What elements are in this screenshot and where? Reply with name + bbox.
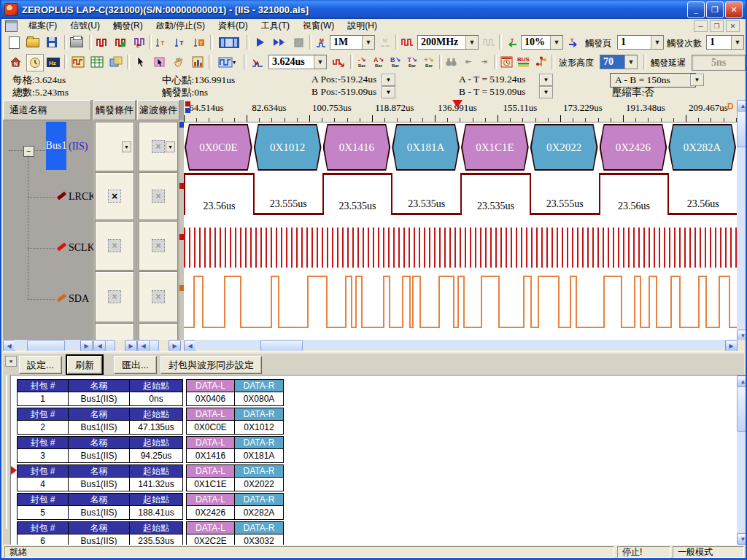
- document-icon[interactable]: [5, 20, 18, 32]
- remove-bar-button[interactable]: -↘Bar: [354, 54, 370, 70]
- menu-file[interactable]: 檔案(F): [22, 19, 63, 33]
- scroll-thumb[interactable]: [260, 340, 303, 351]
- packet-sync-settings-button[interactable]: 封包與波形同步設定: [160, 356, 262, 374]
- sampling-setup-button[interactable]: [93, 34, 109, 50]
- overlay-window-button[interactable]: [108, 54, 124, 70]
- refresh-button[interactable]: 刷新: [67, 356, 102, 374]
- menu-window[interactable]: 視窗(W): [296, 19, 341, 33]
- sample-rate-button[interactable]: [400, 34, 416, 50]
- bus1-waveform[interactable]: 0X0C0E 0X1012 0X1416 0X181A 0X1C1E 0X202…: [184, 124, 737, 171]
- home-view-button[interactable]: N: [7, 54, 23, 70]
- chevron-down-icon[interactable]: ▾: [233, 59, 236, 66]
- timeline-ruler[interactable]: 64.514us 82.634us 100.753us 118.872us 13…: [184, 100, 737, 122]
- channel-lrck[interactable]: LRCK: [69, 191, 96, 203]
- trigger-position-marker[interactable]: [452, 100, 462, 108]
- repeat-acquisition-button[interactable]: [271, 34, 287, 50]
- scroll-right-button[interactable]: ▶: [725, 340, 738, 351]
- mdi-restore-button[interactable]: ❐: [710, 20, 724, 32]
- chevron-down-icon[interactable]: ▼: [362, 36, 374, 49]
- waveform-vertical-scrollbar[interactable]: ▲ ▼: [737, 100, 747, 340]
- waveform-mode-button[interactable]: ▾: [214, 54, 239, 70]
- a-pos-dropdown[interactable]: ▼: [382, 74, 395, 86]
- scroll-left-button[interactable]: ◀: [137, 340, 150, 351]
- chevron-down-icon[interactable]: ▼: [166, 141, 175, 152]
- collapse-bus-button[interactable]: −: [23, 146, 34, 157]
- new-file-button[interactable]: [6, 34, 22, 50]
- goto-trigger-left-button[interactable]: T: [503, 34, 519, 50]
- select-waveform-button[interactable]: [152, 54, 168, 70]
- lrck-waveform[interactable]: 23.56us 23.555us 23.535us 23.535us 23.53…: [184, 173, 737, 221]
- bus-packet-list-button[interactable]: BUS: [516, 54, 532, 70]
- trigger-page-combo[interactable]: 1 ▼: [617, 35, 664, 50]
- scroll-right-button[interactable]: ▶: [169, 340, 181, 351]
- a-bar-flag[interactable]: [185, 101, 190, 106]
- bus-editor-button[interactable]: [216, 34, 242, 50]
- scroll-up-button[interactable]: ▲: [737, 376, 747, 387]
- chevron-down-icon[interactable]: ▼: [122, 141, 131, 152]
- zoom-fit-button[interactable]: [249, 54, 266, 70]
- menu-help[interactable]: 說明(H): [341, 19, 384, 33]
- waveform-display[interactable]: 64.514us 82.634us 100.753us 118.872us 13…: [184, 100, 737, 340]
- add-bar-button[interactable]: +↘Bar: [421, 54, 437, 70]
- mdi-minimize-button[interactable]: ─: [694, 20, 708, 32]
- menu-data[interactable]: 資料(D): [212, 19, 255, 33]
- packet-sync-button[interactable]: [533, 54, 549, 70]
- save-button[interactable]: [44, 34, 60, 50]
- menu-tools[interactable]: 工具(T): [255, 19, 296, 33]
- scroll-track[interactable]: [195, 340, 725, 350]
- mdi-close-button[interactable]: ✕: [726, 20, 740, 32]
- b-pos-dropdown[interactable]: ▼: [382, 86, 395, 98]
- channel-bus1[interactable]: Bus1: [46, 122, 66, 170]
- scroll-thumb[interactable]: [737, 111, 747, 147]
- open-file-button[interactable]: [25, 34, 41, 50]
- sclk-waveform[interactable]: [184, 224, 737, 272]
- channel-setup-button[interactable]: [112, 34, 128, 50]
- pan-hand-button[interactable]: [171, 54, 187, 70]
- time-per-div-combo[interactable]: 3.624us ▼: [268, 55, 327, 69]
- scroll-right-button[interactable]: ▶: [125, 340, 137, 351]
- goto-trigger-right-button[interactable]: T: [566, 34, 582, 50]
- timing-window-button[interactable]: [498, 54, 514, 70]
- restore-button[interactable]: ❐: [706, 1, 724, 18]
- scroll-thumb[interactable]: [149, 340, 159, 351]
- a-minus-t-dropdown[interactable]: ▼: [539, 74, 553, 86]
- trigger-mark-button[interactable]: T: [153, 34, 169, 50]
- trigger-cell-lrck[interactable]: ×: [95, 172, 134, 220]
- menu-signal[interactable]: 信號(U): [63, 19, 107, 33]
- chevron-down-icon[interactable]: ▼: [651, 36, 663, 49]
- close-button[interactable]: ✕: [725, 1, 743, 18]
- time-display-button[interactable]: [26, 54, 44, 71]
- menu-run-stop[interactable]: 啟動/停止(S): [150, 19, 212, 33]
- scroll-right-button[interactable]: ▶: [80, 340, 93, 351]
- trigger-cell-bus1[interactable]: ▼: [95, 122, 134, 171]
- menu-trigger[interactable]: 觸發(R): [107, 19, 150, 33]
- scroll-track[interactable]: [14, 340, 80, 350]
- scroll-thumb[interactable]: [27, 340, 65, 351]
- start-acquisition-button[interactable]: [252, 34, 268, 50]
- goto-b-bar-button[interactable]: B↘Bar: [387, 54, 403, 70]
- minimize-button[interactable]: _: [687, 1, 705, 18]
- a-minus-b-dropdown[interactable]: ▼: [690, 74, 704, 86]
- goto-a-bar-button[interactable]: A↘Bar: [371, 54, 387, 70]
- filter-cell-bus1[interactable]: ×▼: [139, 122, 178, 171]
- filter-cell-sda[interactable]: ×: [139, 271, 178, 322]
- chevron-down-icon[interactable]: ▼: [550, 36, 562, 49]
- packet-vertical-scrollbar[interactable]: ▲ ▼: [737, 376, 747, 543]
- statistics-button[interactable]: [190, 54, 206, 70]
- waveform-window-button[interactable]: [70, 54, 86, 70]
- channel-sclk[interactable]: SCLK: [69, 242, 95, 254]
- settings-button[interactable]: 設定...: [19, 356, 62, 374]
- close-pane-button[interactable]: ×: [5, 356, 17, 367]
- chevron-down-icon[interactable]: ▼: [624, 55, 637, 69]
- sda-waveform[interactable]: [184, 272, 737, 335]
- select-cursor-button[interactable]: [133, 54, 149, 70]
- scroll-thumb[interactable]: [105, 340, 115, 351]
- group-setup-button[interactable]: E: [131, 34, 147, 50]
- b-bar-flag[interactable]: [185, 108, 190, 113]
- chevron-down-icon[interactable]: ▼: [731, 36, 743, 49]
- scroll-down-button[interactable]: ▼: [737, 533, 747, 545]
- memory-depth-combo[interactable]: 1M ▼: [330, 35, 375, 50]
- trigger-cell-sclk[interactable]: ×: [95, 221, 134, 271]
- filter-cell-sclk[interactable]: ×: [139, 221, 178, 271]
- filter-cell-lrck[interactable]: ×: [139, 172, 178, 220]
